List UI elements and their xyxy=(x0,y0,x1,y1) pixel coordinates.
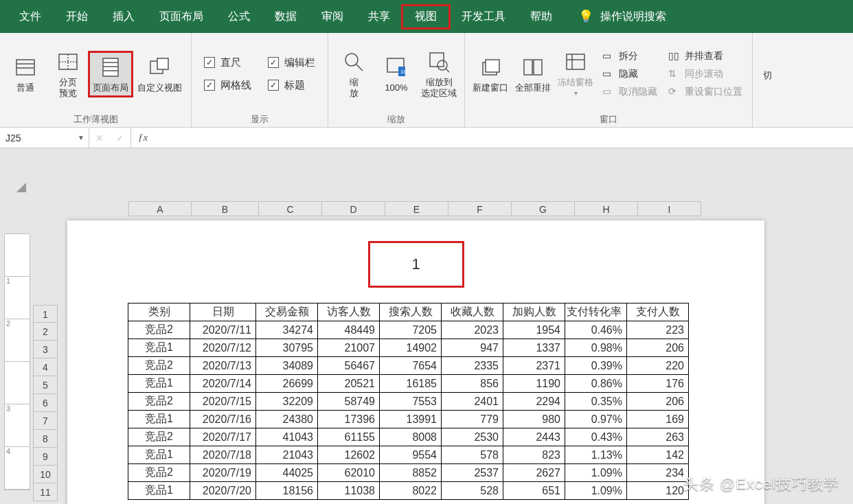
cell[interactable]: 120 xyxy=(627,482,689,500)
cell[interactable]: 947 xyxy=(442,339,503,357)
cell[interactable]: 48449 xyxy=(318,321,380,339)
cell[interactable]: 176 xyxy=(627,375,689,393)
cell[interactable]: 651 xyxy=(503,482,565,500)
table-row[interactable]: 竞品12020/7/1426699205211618585611900.86%1… xyxy=(128,375,689,393)
cell[interactable]: 856 xyxy=(442,375,503,393)
cell[interactable]: 竞品2 xyxy=(128,393,190,411)
cell[interactable]: 8852 xyxy=(380,464,442,482)
row-header-4[interactable]: 4 xyxy=(33,358,58,376)
col-header-H[interactable]: H xyxy=(575,201,638,216)
cell[interactable]: 142 xyxy=(627,446,689,464)
cell[interactable]: 20521 xyxy=(318,375,380,393)
tell-me-search[interactable]: 💡操作说明搜索 xyxy=(578,9,666,24)
cell[interactable]: 0.35% xyxy=(565,393,627,411)
cell[interactable]: 528 xyxy=(442,482,503,500)
col-header-D[interactable]: D xyxy=(322,201,385,216)
row-header-9[interactable]: 9 xyxy=(33,448,58,466)
tab-公式[interactable]: 公式 xyxy=(216,5,262,28)
zoom-zoom-button[interactable]: 缩放 xyxy=(332,47,375,102)
cell[interactable]: 2020/7/20 xyxy=(190,482,256,500)
cmd-side-by-side[interactable]: ▯▯并排查看 xyxy=(666,49,745,64)
cell[interactable]: 823 xyxy=(503,446,565,464)
cell[interactable]: 竞品2 xyxy=(128,357,190,375)
cell[interactable]: 8022 xyxy=(380,482,442,500)
th-1[interactable]: 日期 xyxy=(190,303,256,321)
switch-windows-button[interactable]: 切 xyxy=(757,65,777,84)
col-header-C[interactable]: C xyxy=(259,201,322,216)
cell[interactable]: 8008 xyxy=(380,428,442,446)
check-headings[interactable]: ✓标题 xyxy=(268,79,315,92)
cell[interactable]: 竞品1 xyxy=(128,375,190,393)
cell[interactable]: 竞品2 xyxy=(128,321,190,339)
cell[interactable]: 62010 xyxy=(318,464,380,482)
table-row[interactable]: 竞品12020/7/18210431260295545788231.13%142 xyxy=(128,446,689,464)
cell[interactable]: 1337 xyxy=(503,339,565,357)
table-row[interactable]: 竞品12020/7/20181561103880225286511.09%120 xyxy=(128,482,689,500)
cell[interactable]: 2401 xyxy=(442,393,503,411)
cmd-split[interactable]: ▭拆分 xyxy=(600,49,660,64)
cell[interactable]: 12602 xyxy=(318,446,380,464)
cell[interactable]: 竞品1 xyxy=(128,446,190,464)
enter-icon[interactable]: ✓ xyxy=(110,133,130,144)
col-header-A[interactable]: A xyxy=(128,201,192,216)
row-header-6[interactable]: 6 xyxy=(33,394,58,412)
cell[interactable]: 1.09% xyxy=(565,482,627,500)
cell[interactable]: 0.86% xyxy=(565,375,627,393)
table-row[interactable]: 竞品12020/7/162438017396139917799800.97%16… xyxy=(128,411,689,428)
cell[interactable]: 竞品2 xyxy=(128,428,190,446)
check-gridlines[interactable]: ✓网格线 xyxy=(204,79,251,92)
th-0[interactable]: 类别 xyxy=(128,303,190,321)
check-formula-bar[interactable]: ✓编辑栏 xyxy=(268,56,315,69)
cell[interactable]: 2335 xyxy=(442,357,503,375)
cell[interactable]: 0.97% xyxy=(565,411,627,428)
check-ruler[interactable]: ✓直尺 xyxy=(204,56,251,69)
cell[interactable]: 16185 xyxy=(380,375,442,393)
tab-开发工具[interactable]: 开发工具 xyxy=(449,5,518,28)
cell[interactable]: 26699 xyxy=(256,375,318,393)
cell[interactable]: 2530 xyxy=(442,428,503,446)
cell[interactable]: 2020/7/14 xyxy=(190,375,256,393)
formula-input[interactable] xyxy=(155,128,853,148)
th-4[interactable]: 搜索人数 xyxy=(380,303,442,321)
cell[interactable]: 2023 xyxy=(442,321,503,339)
cell[interactable]: 1.09% xyxy=(565,464,627,482)
cell[interactable]: 169 xyxy=(627,411,689,428)
tab-帮助[interactable]: 帮助 xyxy=(518,5,565,28)
cell[interactable]: 263 xyxy=(627,428,689,446)
select-all-triangle[interactable] xyxy=(16,183,26,192)
th-3[interactable]: 访客人数 xyxy=(318,303,380,321)
row-header-11[interactable]: 11 xyxy=(33,483,58,501)
cell[interactable]: 1190 xyxy=(503,375,565,393)
cell[interactable]: 206 xyxy=(627,393,689,411)
name-box[interactable]: J25 ▼ xyxy=(0,128,89,148)
cell[interactable]: 竞品1 xyxy=(128,411,190,428)
table-row[interactable]: 竞品22020/7/1134274484497205202319540.46%2… xyxy=(128,321,689,339)
cell[interactable]: 14902 xyxy=(380,339,442,357)
table-row[interactable]: 竞品22020/7/1741043611558008253024430.43%2… xyxy=(128,428,689,446)
cell[interactable]: 2371 xyxy=(503,357,565,375)
cell[interactable]: 24380 xyxy=(256,411,318,428)
cell[interactable]: 7205 xyxy=(380,321,442,339)
cell[interactable]: 980 xyxy=(503,411,565,428)
table-row[interactable]: 竞品22020/7/1532209587497553240122940.35%2… xyxy=(128,393,689,411)
window-newwin-button[interactable]: 新建窗口 xyxy=(469,52,512,96)
th-2[interactable]: 交易金额 xyxy=(256,303,318,321)
cell[interactable]: 2020/7/13 xyxy=(190,357,256,375)
cell[interactable]: 0.39% xyxy=(565,357,627,375)
cell[interactable]: 234 xyxy=(627,464,689,482)
cell[interactable]: 578 xyxy=(442,446,503,464)
tab-开始[interactable]: 开始 xyxy=(54,5,100,28)
cell[interactable]: 1.13% xyxy=(565,446,627,464)
cell[interactable]: 41043 xyxy=(256,428,318,446)
tab-页面布局[interactable]: 页面布局 xyxy=(147,5,216,28)
th-5[interactable]: 收藏人数 xyxy=(442,303,503,321)
col-header-B[interactable]: B xyxy=(192,201,259,216)
view-break-button[interactable]: 分页预览 xyxy=(47,47,89,102)
view-layout-button[interactable]: 页面布局 xyxy=(89,52,132,96)
cell[interactable]: 0.46% xyxy=(565,321,627,339)
cell[interactable]: 2020/7/12 xyxy=(190,339,256,357)
row-header-2[interactable]: 2 xyxy=(33,323,58,341)
cell[interactable]: 竞品1 xyxy=(128,339,190,357)
table-row[interactable]: 竞品22020/7/1944025620108852253726271.09%2… xyxy=(128,464,689,482)
cell[interactable]: 2537 xyxy=(442,464,503,482)
